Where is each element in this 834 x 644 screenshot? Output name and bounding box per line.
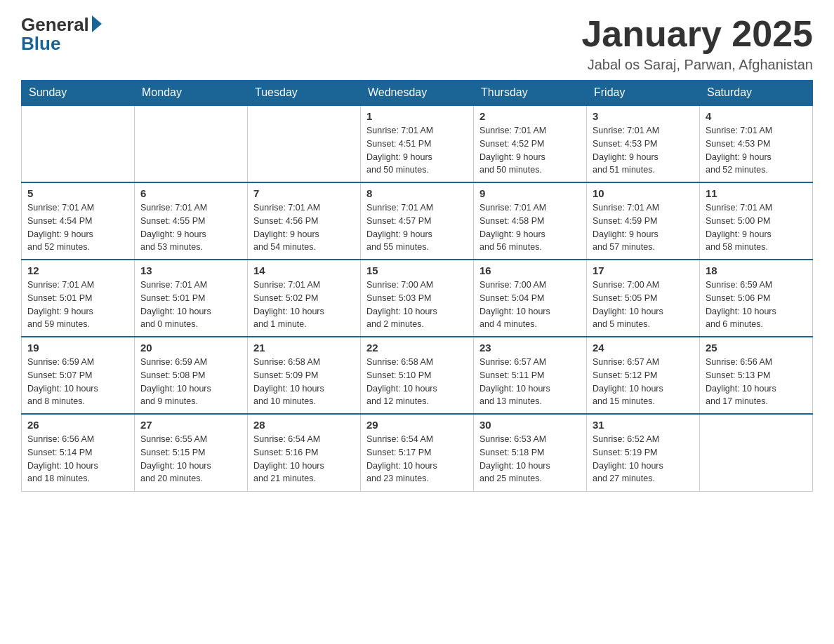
- day-info: Sunrise: 7:01 AM Sunset: 4:53 PM Dayligh…: [593, 124, 694, 177]
- day-info: Sunrise: 6:56 AM Sunset: 5:14 PM Dayligh…: [27, 433, 128, 485]
- calendar-cell: 11Sunrise: 7:01 AM Sunset: 5:00 PM Dayli…: [700, 182, 813, 260]
- calendar-header-sunday: Sunday: [22, 81, 135, 106]
- logo-blue-text: Blue: [21, 33, 60, 55]
- day-info: Sunrise: 6:54 AM Sunset: 5:16 PM Dayligh…: [253, 433, 355, 485]
- day-number: 21: [253, 342, 355, 354]
- day-info: Sunrise: 6:53 AM Sunset: 5:18 PM Dayligh…: [479, 433, 581, 485]
- calendar-cell: 31Sunrise: 6:52 AM Sunset: 5:19 PM Dayli…: [587, 414, 700, 491]
- calendar-cell: 17Sunrise: 7:00 AM Sunset: 5:05 PM Dayli…: [587, 260, 700, 337]
- day-info: Sunrise: 7:01 AM Sunset: 4:54 PM Dayligh…: [27, 201, 128, 254]
- calendar-cell: 26Sunrise: 6:56 AM Sunset: 5:14 PM Dayli…: [22, 414, 135, 491]
- calendar-header-wednesday: Wednesday: [361, 81, 474, 106]
- calendar-cell: 20Sunrise: 6:59 AM Sunset: 5:08 PM Dayli…: [135, 337, 248, 414]
- calendar-cell: 24Sunrise: 6:57 AM Sunset: 5:12 PM Dayli…: [587, 337, 700, 414]
- calendar-week-row: 19Sunrise: 6:59 AM Sunset: 5:07 PM Dayli…: [22, 337, 813, 414]
- day-info: Sunrise: 7:01 AM Sunset: 4:56 PM Dayligh…: [253, 201, 355, 254]
- day-info: Sunrise: 6:58 AM Sunset: 5:09 PM Dayligh…: [253, 356, 355, 408]
- day-number: 26: [27, 419, 128, 431]
- day-number: 19: [27, 342, 128, 354]
- day-info: Sunrise: 7:01 AM Sunset: 4:53 PM Dayligh…: [706, 124, 807, 177]
- month-title: January 2025: [581, 14, 813, 54]
- calendar-cell: [135, 105, 248, 182]
- day-info: Sunrise: 7:01 AM Sunset: 4:58 PM Dayligh…: [479, 201, 581, 254]
- day-info: Sunrise: 7:01 AM Sunset: 4:52 PM Dayligh…: [479, 124, 581, 177]
- day-info: Sunrise: 7:01 AM Sunset: 4:55 PM Dayligh…: [140, 201, 241, 254]
- calendar-week-row: 1Sunrise: 7:01 AM Sunset: 4:51 PM Daylig…: [22, 105, 813, 182]
- day-info: Sunrise: 6:56 AM Sunset: 5:13 PM Dayligh…: [706, 356, 807, 408]
- calendar-cell: 18Sunrise: 6:59 AM Sunset: 5:06 PM Dayli…: [700, 260, 813, 337]
- day-number: 20: [140, 342, 241, 354]
- calendar-cell: [248, 105, 361, 182]
- calendar-cell: 3Sunrise: 7:01 AM Sunset: 4:53 PM Daylig…: [587, 105, 700, 182]
- logo-triangle-icon: [92, 15, 102, 32]
- calendar-cell: 4Sunrise: 7:01 AM Sunset: 4:53 PM Daylig…: [700, 105, 813, 182]
- day-number: 10: [593, 187, 694, 199]
- calendar-header-row: SundayMondayTuesdayWednesdayThursdayFrid…: [22, 81, 813, 106]
- calendar-cell: 7Sunrise: 7:01 AM Sunset: 4:56 PM Daylig…: [248, 182, 361, 260]
- logo: General Blue: [21, 14, 102, 55]
- day-number: 3: [593, 110, 694, 122]
- calendar-cell: 29Sunrise: 6:54 AM Sunset: 5:17 PM Dayli…: [361, 414, 474, 491]
- day-info: Sunrise: 7:00 AM Sunset: 5:05 PM Dayligh…: [593, 279, 694, 331]
- calendar-table: SundayMondayTuesdayWednesdayThursdayFrid…: [21, 80, 813, 492]
- calendar-cell: 22Sunrise: 6:58 AM Sunset: 5:10 PM Dayli…: [361, 337, 474, 414]
- day-number: 16: [479, 264, 581, 276]
- calendar-header-friday: Friday: [587, 81, 700, 106]
- day-info: Sunrise: 7:01 AM Sunset: 5:02 PM Dayligh…: [253, 279, 355, 331]
- day-number: 4: [706, 110, 807, 122]
- calendar-cell: 9Sunrise: 7:01 AM Sunset: 4:58 PM Daylig…: [474, 182, 587, 260]
- calendar-cell: 30Sunrise: 6:53 AM Sunset: 5:18 PM Dayli…: [474, 414, 587, 491]
- calendar-cell: 8Sunrise: 7:01 AM Sunset: 4:57 PM Daylig…: [361, 182, 474, 260]
- day-number: 6: [140, 187, 241, 199]
- calendar-cell: 19Sunrise: 6:59 AM Sunset: 5:07 PM Dayli…: [22, 337, 135, 414]
- calendar-cell: 13Sunrise: 7:01 AM Sunset: 5:01 PM Dayli…: [135, 260, 248, 337]
- calendar-header-tuesday: Tuesday: [248, 81, 361, 106]
- calendar-cell: [22, 105, 135, 182]
- day-number: 7: [253, 187, 355, 199]
- calendar-cell: 25Sunrise: 6:56 AM Sunset: 5:13 PM Dayli…: [700, 337, 813, 414]
- calendar-cell: [700, 414, 813, 491]
- day-number: 24: [593, 342, 694, 354]
- calendar-cell: 14Sunrise: 7:01 AM Sunset: 5:02 PM Dayli…: [248, 260, 361, 337]
- calendar-week-row: 12Sunrise: 7:01 AM Sunset: 5:01 PM Dayli…: [22, 260, 813, 337]
- day-info: Sunrise: 7:00 AM Sunset: 5:04 PM Dayligh…: [479, 279, 581, 331]
- location-text: Jabal os Saraj, Parwan, Afghanistan: [581, 57, 813, 73]
- day-number: 8: [366, 187, 468, 199]
- day-info: Sunrise: 7:01 AM Sunset: 4:57 PM Dayligh…: [366, 201, 468, 254]
- day-info: Sunrise: 7:01 AM Sunset: 5:01 PM Dayligh…: [140, 279, 241, 331]
- calendar-cell: 6Sunrise: 7:01 AM Sunset: 4:55 PM Daylig…: [135, 182, 248, 260]
- day-number: 31: [593, 419, 694, 431]
- day-info: Sunrise: 6:59 AM Sunset: 5:08 PM Dayligh…: [140, 356, 241, 408]
- calendar-cell: 12Sunrise: 7:01 AM Sunset: 5:01 PM Dayli…: [22, 260, 135, 337]
- calendar-cell: 23Sunrise: 6:57 AM Sunset: 5:11 PM Dayli…: [474, 337, 587, 414]
- day-info: Sunrise: 7:01 AM Sunset: 4:59 PM Dayligh…: [593, 201, 694, 254]
- day-number: 22: [366, 342, 468, 354]
- calendar-week-row: 5Sunrise: 7:01 AM Sunset: 4:54 PM Daylig…: [22, 182, 813, 260]
- day-info: Sunrise: 6:57 AM Sunset: 5:11 PM Dayligh…: [479, 356, 581, 408]
- day-number: 23: [479, 342, 581, 354]
- day-info: Sunrise: 7:01 AM Sunset: 4:51 PM Dayligh…: [366, 124, 468, 177]
- day-number: 29: [366, 419, 468, 431]
- day-info: Sunrise: 6:59 AM Sunset: 5:07 PM Dayligh…: [27, 356, 128, 408]
- day-number: 13: [140, 264, 241, 276]
- page-header: General Blue January 2025 Jabal os Saraj…: [21, 14, 813, 73]
- calendar-header-saturday: Saturday: [700, 81, 813, 106]
- day-info: Sunrise: 6:57 AM Sunset: 5:12 PM Dayligh…: [593, 356, 694, 408]
- day-number: 2: [479, 110, 581, 122]
- calendar-week-row: 26Sunrise: 6:56 AM Sunset: 5:14 PM Dayli…: [22, 414, 813, 491]
- calendar-header-thursday: Thursday: [474, 81, 587, 106]
- day-number: 5: [27, 187, 128, 199]
- day-number: 11: [706, 187, 807, 199]
- day-number: 12: [27, 264, 128, 276]
- calendar-cell: 15Sunrise: 7:00 AM Sunset: 5:03 PM Dayli…: [361, 260, 474, 337]
- day-info: Sunrise: 6:54 AM Sunset: 5:17 PM Dayligh…: [366, 433, 468, 485]
- title-section: January 2025 Jabal os Saraj, Parwan, Afg…: [581, 14, 813, 73]
- day-info: Sunrise: 7:01 AM Sunset: 5:01 PM Dayligh…: [27, 279, 128, 331]
- day-number: 25: [706, 342, 807, 354]
- day-info: Sunrise: 7:01 AM Sunset: 5:00 PM Dayligh…: [706, 201, 807, 254]
- day-info: Sunrise: 7:00 AM Sunset: 5:03 PM Dayligh…: [366, 279, 468, 331]
- day-info: Sunrise: 6:59 AM Sunset: 5:06 PM Dayligh…: [706, 279, 807, 331]
- day-number: 27: [140, 419, 241, 431]
- calendar-cell: 27Sunrise: 6:55 AM Sunset: 5:15 PM Dayli…: [135, 414, 248, 491]
- calendar-cell: 16Sunrise: 7:00 AM Sunset: 5:04 PM Dayli…: [474, 260, 587, 337]
